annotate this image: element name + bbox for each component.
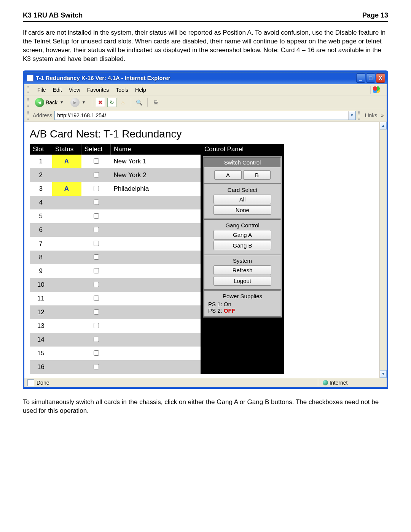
name-cell — [111, 347, 201, 360]
select-checkbox[interactable] — [94, 296, 99, 301]
status-zone[interactable]: Internet — [323, 380, 384, 386]
select-checkbox[interactable] — [94, 337, 99, 342]
name-cell: New York 1 — [111, 155, 201, 168]
select-cell — [81, 168, 111, 182]
menubar-grip[interactable] — [27, 86, 29, 93]
forward-button[interactable]: ► ▼ — [68, 97, 88, 107]
toolbar-grip[interactable] — [27, 98, 29, 107]
window-titlebar[interactable]: T-1 Redundancy K-16 Ver: 4.1A - Internet… — [24, 72, 387, 84]
status-cell — [52, 168, 81, 182]
browser-window: T-1 Redundancy K-16 Ver: 4.1A - Internet… — [23, 70, 388, 389]
select-cell — [81, 196, 111, 209]
select-checkbox[interactable] — [94, 200, 99, 205]
print-icon[interactable]: 🖶 — [151, 98, 160, 107]
menu-tools[interactable]: Tools — [116, 87, 128, 93]
status-cell — [52, 278, 81, 292]
address-field[interactable]: ▼ — [54, 111, 355, 120]
select-checkbox[interactable] — [94, 323, 99, 328]
address-dropdown-icon[interactable]: ▼ — [348, 111, 355, 120]
select-checkbox[interactable] — [94, 364, 99, 369]
forward-dropdown-icon[interactable]: ▼ — [82, 100, 86, 104]
select-checkbox[interactable] — [94, 241, 99, 246]
name-cell — [111, 209, 201, 223]
scroll-up-icon[interactable]: ▲ — [380, 122, 387, 129]
status-cell — [52, 237, 81, 251]
select-checkbox[interactable] — [94, 158, 99, 164]
slot-cell: 3 — [30, 182, 52, 196]
select-checkbox[interactable] — [94, 268, 99, 273]
select-all-button[interactable]: All — [213, 195, 271, 204]
switch-a-button[interactable]: A — [214, 170, 242, 180]
gang-a-button[interactable]: Gang A — [213, 230, 271, 240]
select-cell — [81, 182, 111, 196]
name-cell: Philadelphia — [111, 182, 201, 196]
gang-b-button[interactable]: Gang B — [213, 241, 271, 250]
table-row: 2New York 2 — [30, 168, 201, 182]
menu-favorites[interactable]: Favorites — [87, 87, 109, 93]
select-checkbox[interactable] — [94, 172, 99, 177]
select-checkbox[interactable] — [94, 227, 99, 232]
menu-view[interactable]: View — [69, 87, 80, 93]
forward-arrow-icon: ► — [70, 98, 80, 107]
links-chevron-icon[interactable]: » — [381, 113, 384, 118]
select-checkbox[interactable] — [94, 350, 99, 356]
name-cell — [111, 278, 201, 292]
status-cell — [52, 223, 81, 237]
table-row: 13 — [30, 319, 201, 333]
select-checkbox[interactable] — [94, 282, 99, 287]
name-cell — [111, 305, 201, 319]
name-cell — [111, 292, 201, 305]
power-supplies-title: Power Supplies — [208, 293, 277, 299]
name-cell — [111, 251, 201, 264]
select-checkbox[interactable] — [94, 254, 99, 260]
select-cell — [81, 347, 111, 360]
home-icon[interactable]: ⌂ — [119, 98, 127, 107]
stop-icon[interactable]: ✖ — [96, 98, 105, 107]
back-label: Back — [46, 99, 57, 105]
select-cell — [81, 237, 111, 251]
system-group: System Refresh Logout — [204, 254, 281, 290]
logout-button[interactable]: Logout — [213, 276, 271, 286]
name-cell — [111, 223, 201, 237]
ps1-status: PS 1: On — [208, 301, 277, 307]
search-icon[interactable]: 🔍 — [135, 98, 143, 107]
menu-file[interactable]: File — [37, 87, 46, 93]
status-page-icon — [27, 379, 34, 386]
table-row: 4 — [30, 196, 201, 209]
scroll-down-icon[interactable]: ▼ — [380, 370, 387, 378]
back-button[interactable]: ◄ Back ▼ — [33, 97, 66, 107]
doc-title: K3 1RU AB Switch — [23, 11, 83, 19]
refresh-icon[interactable]: ↻ — [107, 98, 116, 107]
status-bar: Done Internet — [24, 378, 387, 387]
menu-edit[interactable]: Edit — [53, 87, 62, 93]
minimize-button[interactable]: _ — [356, 73, 365, 83]
slot-cell: 12 — [30, 305, 52, 319]
toolbar-separator — [92, 98, 92, 107]
name-cell — [111, 264, 201, 278]
slot-table: Slot Status Select Name 1ANew York 12New… — [30, 144, 201, 374]
address-grip[interactable] — [27, 111, 29, 120]
back-arrow-icon: ◄ — [35, 98, 44, 107]
select-cell — [81, 155, 111, 168]
select-checkbox[interactable] — [94, 213, 99, 219]
vertical-scrollbar[interactable]: ▲ ▼ — [379, 122, 387, 378]
select-checkbox[interactable] — [94, 186, 99, 191]
toolbar-separator — [131, 98, 131, 107]
switch-control-title: Switch Control — [204, 158, 280, 167]
gang-control-group: Gang Control Gang A Gang B — [204, 219, 281, 254]
close-button[interactable]: X — [376, 73, 385, 83]
address-input[interactable] — [55, 111, 348, 120]
switch-control-group: Switch Control A B — [204, 157, 281, 184]
links-label[interactable]: Links — [363, 112, 379, 118]
select-cell — [81, 319, 111, 333]
ps2-status: PS 2: OFF — [208, 307, 277, 314]
links-grip[interactable] — [358, 111, 360, 120]
back-dropdown-icon[interactable]: ▼ — [60, 100, 64, 104]
switch-b-button[interactable]: B — [243, 170, 271, 180]
select-checkbox[interactable] — [94, 309, 99, 315]
maximize-button[interactable]: □ — [366, 73, 375, 83]
menu-help[interactable]: Help — [135, 87, 146, 93]
menubar: File Edit View Favorites Tools Help — [24, 84, 387, 96]
select-none-button[interactable]: None — [213, 205, 271, 215]
refresh-button[interactable]: Refresh — [213, 265, 271, 275]
